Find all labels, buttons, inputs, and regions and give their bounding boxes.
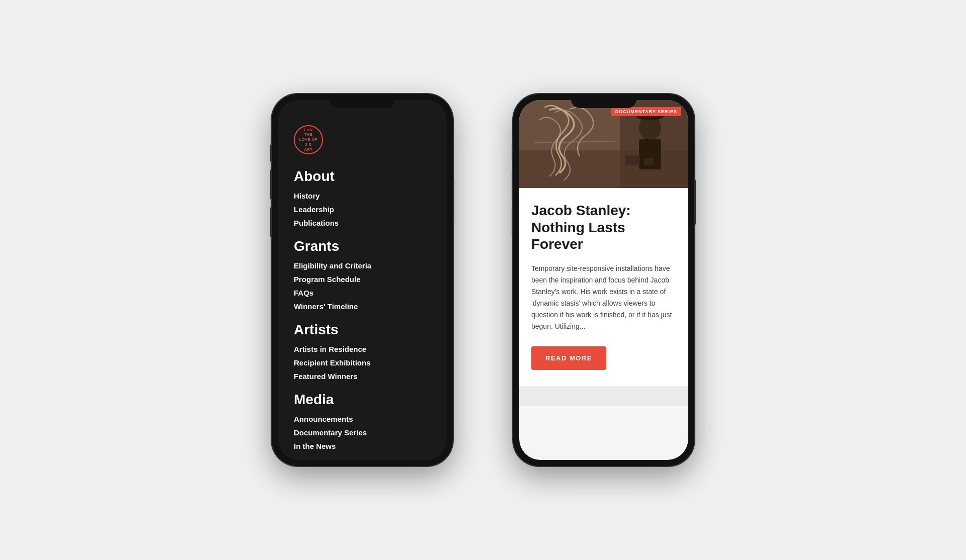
right-phone: DOCUMENTARY SERIES Jacob Stanley: Nothin… [513,94,694,466]
svg-rect-8 [625,155,640,165]
right-mute-button [512,144,513,162]
left-notch [330,94,395,108]
nav-item-announcements[interactable]: Announcements [294,415,431,423]
mute-button [270,144,272,162]
right-notch [571,94,636,108]
right-volume-down-button [512,207,513,237]
right-screen: DOCUMENTARY SERIES Jacob Stanley: Nothin… [519,100,688,460]
nav-item-history[interactable]: History [294,192,431,200]
nav-item-in-the-news[interactable]: In the News [294,442,431,450]
power-button [453,179,454,225]
nav-item-leadership[interactable]: Leadership [294,205,431,214]
nav-item-eligibility[interactable]: Eligibility and Criteria [294,261,431,270]
logo-text: FORTHELOVE OF3-DART [299,128,317,152]
nav-item-publications[interactable]: Publications [294,219,431,227]
documentary-badge: DOCUMENTARY SERIES [611,107,681,116]
article-title: Jacob Stanley: Nothing Lasts Forever [531,202,676,253]
read-more-button[interactable]: READ MORE [531,346,606,370]
article-body: Temporary site-responsive installations … [531,263,676,333]
nav-item-recipient-exhibitions[interactable]: Recipient Exhibitions [294,358,431,367]
artists-section-title: Artists [294,322,431,338]
article-hero-image: DOCUMENTARY SERIES [519,100,688,188]
article-content: Jacob Stanley: Nothing Lasts Forever Tem… [519,188,688,386]
nav-item-documentary-series[interactable]: Documentary Series [294,428,431,437]
media-section-title: Media [294,392,431,408]
nav-item-faqs[interactable]: FAQs [294,289,431,297]
about-section-title: About [294,168,431,184]
nav-screen: FORTHELOVE OF3-DART About History Leader… [278,100,447,460]
nav-item-program-schedule[interactable]: Program Schedule [294,275,431,284]
nav-item-featured-winners[interactable]: Featured Winners [294,372,431,381]
right-volume-up-button [512,169,513,200]
right-power-button [694,179,696,225]
left-phone: FORTHELOVE OF3-DART About History Leader… [272,94,453,466]
svg-rect-9 [644,158,654,165]
grants-section-title: Grants [294,238,431,254]
nav-item-artists-in-residence[interactable]: Artists in Residence [294,345,431,353]
left-screen: FORTHELOVE OF3-DART About History Leader… [278,100,447,460]
volume-down-button [270,207,272,237]
nav-item-winners-timeline[interactable]: Winners' Timeline [294,302,431,311]
article-footer [519,386,688,406]
article-screen: DOCUMENTARY SERIES Jacob Stanley: Nothin… [519,100,688,460]
logo[interactable]: FORTHELOVE OF3-DART [294,125,323,154]
volume-up-button [270,169,272,200]
